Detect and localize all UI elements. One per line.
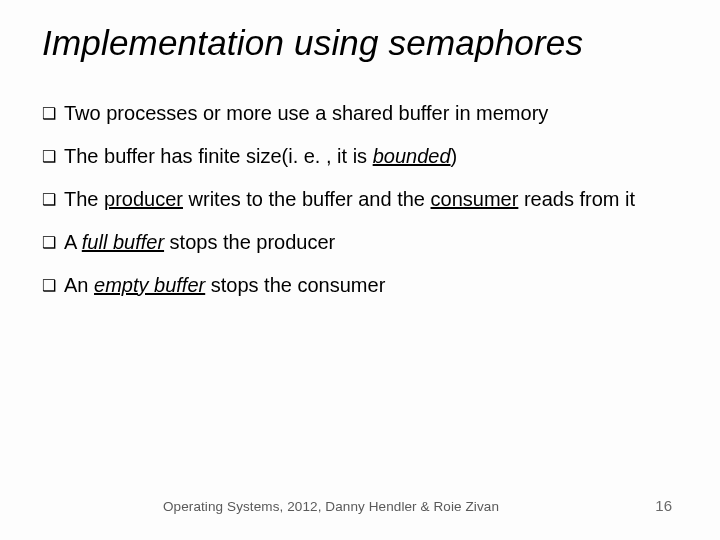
bullet-item-5: ❑ An empty buffer stops the consumer [42,273,678,298]
emphasis-bounded: bounded [373,145,451,167]
square-bullet-icon: ❑ [42,276,56,296]
text-run: ) [451,145,458,167]
bullet-text: A full buffer stops the producer [64,230,678,255]
text-run: The [64,188,104,210]
bullet-item-3: ❑ The producer writes to the buffer and … [42,187,678,212]
square-bullet-icon: ❑ [42,233,56,253]
bullet-text: An empty buffer stops the consumer [64,273,678,298]
slide: Implementation using semaphores ❑ Two pr… [0,0,720,540]
bullet-item-2: ❑ The buffer has finite size(i. e. , it … [42,144,678,169]
text-run: An [64,274,94,296]
text-run: stops the producer [164,231,335,253]
square-bullet-icon: ❑ [42,147,56,167]
emphasis-empty-buffer: empty buffer [94,274,205,296]
bullet-text: The producer writes to the buffer and th… [64,187,678,212]
underline-consumer: consumer [431,188,519,210]
emphasis-full-buffer: full buffer [82,231,164,253]
text-run: The buffer has finite size(i. e. , it is [64,145,373,167]
text-run: reads from it [518,188,635,210]
slide-footer: Operating Systems, 2012, Danny Hendler &… [0,497,720,514]
text-run: writes to the buffer and the [183,188,431,210]
bullet-item-1: ❑ Two processes or more use a shared buf… [42,101,678,126]
bullet-text: Two processes or more use a shared buffe… [64,101,678,126]
slide-title: Implementation using semaphores [42,24,678,63]
page-number: 16 [655,497,672,514]
underline-producer: producer [104,188,183,210]
square-bullet-icon: ❑ [42,104,56,124]
text-run: stops the consumer [205,274,385,296]
bullet-text: The buffer has finite size(i. e. , it is… [64,144,678,169]
square-bullet-icon: ❑ [42,190,56,210]
bullet-item-4: ❑ A full buffer stops the producer [42,230,678,255]
footer-credit: Operating Systems, 2012, Danny Hendler &… [163,499,499,514]
text-run: A [64,231,82,253]
